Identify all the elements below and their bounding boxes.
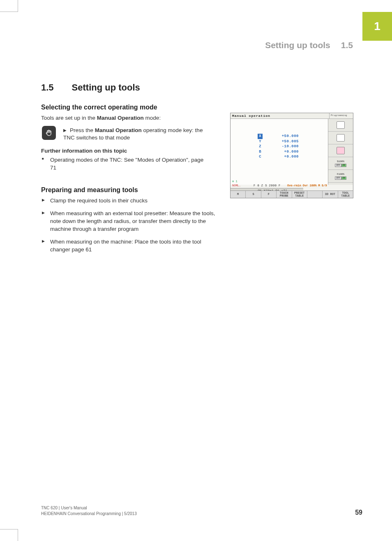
preview-icon	[337, 147, 345, 154]
step-list: Clamp the required tools in their chucks…	[41, 197, 218, 253]
axis-value: +0.000	[266, 149, 299, 155]
side-button-s100: S100%OFFON	[328, 157, 353, 170]
footer-line2: HEIDENHAIN Conversational Programming | …	[41, 511, 137, 517]
page-number: 59	[355, 509, 362, 516]
text: mode:	[144, 115, 161, 121]
axis-label: C	[258, 154, 263, 160]
axis-value: +50.000	[266, 134, 299, 139]
on-label: ON	[341, 176, 346, 180]
scr-noml-label: NOML.	[232, 184, 241, 187]
manual-operation-key-icon	[42, 126, 56, 140]
axis-value: -10.000	[266, 144, 299, 149]
side-label: F100%	[335, 173, 346, 176]
list-item: When measuring on the machine: Place the…	[41, 238, 218, 254]
side-button	[328, 119, 353, 132]
scr-datum-indicator: ⊕ 1	[232, 180, 238, 183]
softkey-tool-table: TOOL TABLE	[338, 191, 353, 198]
softkey-f: F	[261, 191, 277, 198]
subsection-heading: Selecting the correct operating mode	[41, 104, 353, 111]
tnc-screenshot: Manual operation Programming X+50.000 Y+…	[230, 113, 353, 198]
side-button	[328, 132, 353, 144]
scr-mode-secondary: Programming	[329, 113, 353, 118]
preview-icon	[337, 134, 345, 142]
off-label: OFF	[335, 164, 341, 167]
axis-label: Y	[258, 139, 263, 144]
on-label: ON	[341, 164, 346, 167]
chapter-tab: 1	[362, 12, 392, 41]
page: 1 Setting up tools 1.5 1.5 Setting up to…	[0, 0, 392, 541]
footer-info: TNC 620 | User's Manual HEIDENHAIN Conve…	[41, 505, 137, 516]
hand-icon	[45, 129, 53, 137]
list-item: Operating modes of the TNC: See "Modes o…	[41, 156, 205, 172]
section-number: 1.5	[41, 82, 54, 93]
text: Press the	[70, 127, 95, 133]
scr-status-values: F 0 Z S 2000 F	[254, 184, 281, 187]
softkey-s: S	[246, 191, 261, 198]
softkey-3d-rot: 3D ROT	[323, 191, 338, 198]
axis-value: +50.005	[266, 139, 299, 144]
crop-mark	[0, 12, 18, 12]
scr-side-panel: S100%OFFON F100%OFFON	[328, 119, 353, 185]
axis-label: B	[258, 149, 263, 155]
running-title: Setting up tools	[265, 40, 330, 50]
softkey-touch-probe: TOUCH PROBE	[277, 191, 292, 198]
running-section-number: 1.5	[341, 40, 353, 50]
softkey-row: M S F TOUCH PROBE PRESET TABLE 3D ROT TO…	[231, 190, 353, 198]
softkey-preset-table: PRESET TABLE	[292, 191, 307, 198]
section-heading: 1.5 Setting up tools	[41, 82, 353, 93]
text-bold: Manual Operation	[97, 115, 144, 121]
side-button	[328, 144, 353, 157]
footer: TNC 620 | User's Manual HEIDENHAIN Conve…	[41, 505, 362, 516]
running-header: Setting up tools 1.5	[265, 40, 353, 50]
crop-mark	[18, 0, 18, 12]
list-item: Clamp the required tools in their chucks	[41, 197, 218, 205]
off-label: OFF	[335, 176, 341, 180]
scr-override-text: Ove-rmin Ovr 100% M 5/9	[287, 184, 327, 187]
crop-mark	[18, 529, 18, 541]
scr-body: X+50.000 Y+50.005 Z-10.000 B+0.000 C+0.0…	[231, 119, 328, 185]
triangle-bullet-icon: ▶	[63, 128, 67, 133]
preview-icon	[337, 121, 345, 129]
further-info-list: Operating modes of the TNC: See "Modes o…	[41, 156, 205, 172]
footer-line1: TNC 620 | User's Manual	[41, 505, 137, 511]
softkey-empty	[307, 191, 323, 198]
scr-header: Manual operation Programming	[231, 113, 353, 119]
text-bold: Manual Operation	[95, 127, 142, 133]
section-title: Setting up tools	[72, 82, 140, 93]
axis-label: Z	[258, 144, 263, 149]
side-button-f100: F100%OFFON	[328, 170, 353, 183]
list-item: When measuring with an external tool pre…	[41, 210, 218, 233]
axis-readout: X+50.000 Y+50.005 Z-10.000 B+0.000 C+0.0…	[258, 134, 299, 160]
softkey-m: M	[231, 191, 246, 198]
crop-mark	[0, 529, 18, 529]
side-label: S100%	[335, 160, 346, 163]
text: Tools are set up in the	[41, 115, 97, 121]
step-text: ▶Press the Manual Operation operating mo…	[63, 126, 211, 142]
axis-value: +0.000	[266, 154, 299, 160]
scr-title: Manual operation	[231, 113, 329, 118]
axis-label: X	[258, 134, 263, 139]
